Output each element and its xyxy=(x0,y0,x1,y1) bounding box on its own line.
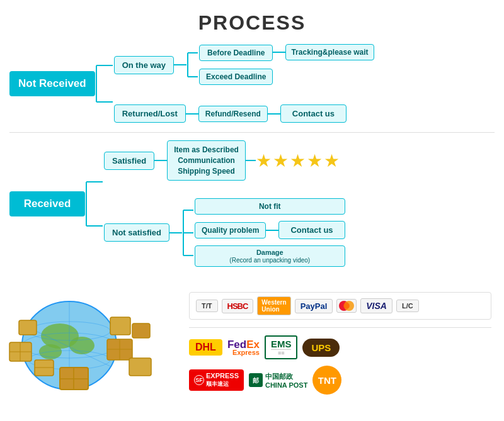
damage-note: (Record an unpacking video) xyxy=(229,257,310,264)
refund-resend-box: Refund/Resend xyxy=(198,106,268,122)
before-deadline-box: Before Deadline xyxy=(199,45,273,61)
mastercard-badge xyxy=(336,299,357,313)
not-received-bracket xyxy=(95,49,114,118)
svg-rect-32 xyxy=(110,317,130,335)
contact-us-box-2: Contact us xyxy=(278,221,345,239)
damage-box: Damage (Record an unpacking video) xyxy=(195,245,345,267)
arrow-line-sat xyxy=(154,160,167,161)
diagram-section: Not Received On the way xyxy=(0,41,504,279)
stars-display: ★ ★ ★ ★ ★ xyxy=(256,150,340,171)
arrow-line-1 xyxy=(174,64,186,65)
page-title: PROCESS xyxy=(0,0,504,41)
received-label: Received xyxy=(9,191,85,216)
returned-lost-box: Returned/Lost xyxy=(114,104,186,123)
star-5: ★ xyxy=(324,150,340,171)
shipping-row-1: DHL FedEx Express EMS≡≡ UPS xyxy=(189,335,491,359)
satisfied-row: Satisfied Item as Described Communicatio… xyxy=(104,140,345,181)
paypal-badge: PayPal xyxy=(295,299,333,313)
tracking-box: Tracking&please wait xyxy=(285,44,374,60)
received-bracket xyxy=(85,157,104,251)
arrow-line-2 xyxy=(186,113,198,115)
china-post-label: 中国邮政CHINA POST xyxy=(265,372,307,389)
not-sat-bracket xyxy=(182,201,195,264)
returned-lost-row: Returned/Lost Refund/Resend Contact us xyxy=(114,104,374,123)
not-received-label: Not Received xyxy=(9,71,95,96)
china-post-badge: 邮 中国邮政CHINA POST xyxy=(249,372,307,389)
arrow-line-nsat xyxy=(169,232,182,233)
bottom-section: T/T HSBC WesternUnion PayPal VISA L/C DH… xyxy=(0,279,504,401)
shipping-row-2: SF EXPRESS顺丰速运 邮 中国邮政CHINA POST TNT xyxy=(189,366,491,395)
svg-rect-31 xyxy=(129,358,151,376)
tracking-arrow-group: Tracking&please wait xyxy=(273,44,374,86)
deadline-bracket xyxy=(186,44,199,86)
star-1: ★ xyxy=(256,150,272,171)
sf-express-badge: SF EXPRESS顺丰速运 xyxy=(189,369,244,391)
arrow-line-tracking xyxy=(273,52,285,53)
ems-badge: EMS≡≡ xyxy=(265,335,298,359)
damage-text: Damage xyxy=(256,249,284,256)
communication-text: Communication xyxy=(178,156,235,165)
not-sat-sub-boxes: Not fit Quality problem Contact us Damag… xyxy=(195,198,345,267)
arrow-line-stars xyxy=(246,160,256,161)
spacer xyxy=(273,68,374,86)
globe-svg xyxy=(0,286,176,393)
on-the-way-box: On the way xyxy=(114,56,174,74)
globe-area xyxy=(0,286,176,393)
western-union-badge: WesternUnion xyxy=(257,296,290,315)
not-received-section: Not Received On the way xyxy=(9,44,495,123)
quality-row: Quality problem Contact us xyxy=(195,221,345,239)
deadline-sub-boxes: Before Deadline Exceed Deadline xyxy=(199,45,273,85)
item-desc-text: Item as Described xyxy=(174,145,239,154)
received-branches: Satisfied Item as Described Communicatio… xyxy=(104,140,345,267)
item-desc-box: Item as Described Communication Shipping… xyxy=(167,140,246,181)
exceed-deadline-box: Exceed Deadline xyxy=(199,69,273,85)
dhl-badge: DHL xyxy=(189,339,222,356)
svg-rect-33 xyxy=(132,323,150,338)
star-4: ★ xyxy=(307,150,323,171)
not-satisfied-row: Not satisfied Not fit Quality problem xyxy=(104,198,345,267)
payment-divider xyxy=(189,327,491,328)
section-divider xyxy=(9,132,495,133)
star-3: ★ xyxy=(290,150,306,171)
received-section: Received Satisfied Item as Described Com… xyxy=(9,140,495,267)
visa-badge: VISA xyxy=(360,298,392,313)
payment-area: T/T HSBC WesternUnion PayPal VISA L/C DH… xyxy=(189,286,491,395)
lc-badge: L/C xyxy=(396,300,419,312)
ups-badge: UPS xyxy=(302,339,340,357)
page-wrapper: PROCESS Not Received On the way xyxy=(0,0,504,401)
satisfied-box: Satisfied xyxy=(104,152,154,170)
mastercard-icon xyxy=(337,300,356,312)
sf-label: EXPRESS顺丰速运 xyxy=(206,372,239,388)
shipping-speed-text: Shipping Speed xyxy=(178,167,235,176)
hsbc-badge: HSBC xyxy=(222,299,254,313)
svg-rect-34 xyxy=(19,320,37,335)
contact-us-box-1: Contact us xyxy=(280,104,346,123)
svg-point-40 xyxy=(343,303,350,309)
arrow-line-quality xyxy=(266,230,278,231)
quality-box: Quality problem xyxy=(195,222,266,239)
fedex-badge: FedEx Express xyxy=(227,339,260,356)
not-received-branches: On the way Before Deadline Exceed Deadli… xyxy=(114,44,374,123)
payment-methods-row: T/T HSBC WesternUnion PayPal VISA L/C xyxy=(189,292,491,320)
tnt-badge: TNT xyxy=(312,366,341,395)
arrow-line-3 xyxy=(268,113,280,115)
svg-text:邮: 邮 xyxy=(253,377,259,384)
star-2: ★ xyxy=(273,150,289,171)
not-fit-box: Not fit xyxy=(195,198,345,215)
sf-circle: SF xyxy=(194,375,204,385)
on-the-way-row: On the way Before Deadline Exceed Deadli… xyxy=(114,44,374,86)
chinapost-icon: 邮 xyxy=(249,373,263,387)
not-satisfied-box: Not satisfied xyxy=(104,223,169,242)
tt-badge: T/T xyxy=(196,300,218,312)
